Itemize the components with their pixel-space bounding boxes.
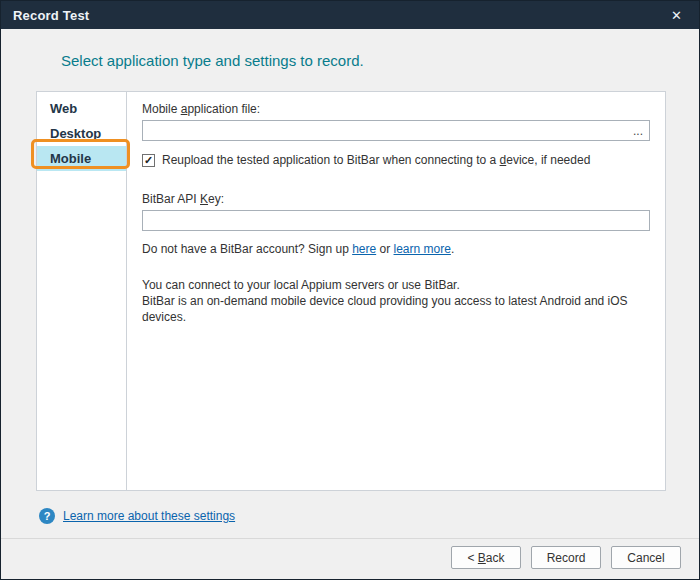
learn-more-link[interactable]: learn more [394,242,451,256]
reupload-checkbox[interactable]: ✓ [142,154,155,167]
settings-help-link[interactable]: Learn more about these settings [63,509,235,523]
help-icon[interactable]: ? [39,508,55,524]
signup-prefix: Do not have a BitBar account? Sign up [142,242,352,256]
sidebar-item-desktop[interactable]: Desktop [37,121,126,146]
sidebar-item-mobile[interactable]: Mobile [37,146,126,171]
mobile-settings-panel: Mobile application file: ... ✓ Reupload … [127,92,665,490]
sidebar: Web Desktop Mobile [37,92,127,490]
label-accel: K [200,192,208,206]
reupload-row: ✓ Reupload the tested application to Bit… [142,153,650,167]
record-test-dialog: Record Test ✕ Select application type an… [0,0,700,580]
check-mark-icon: ✓ [144,155,153,166]
close-icon[interactable]: ✕ [666,6,687,25]
footer-divider [1,538,699,539]
label-text: ack [486,551,505,565]
app-file-label: Mobile application file: [142,102,650,116]
signup-middle: or [376,242,393,256]
help-row: ? Learn more about these settings [39,508,235,524]
label-text: ey: [208,192,224,206]
info-text: You can connect to your local Appium ser… [142,277,650,325]
label-text: pplication file: [187,102,260,116]
page-title: Select application type and settings to … [61,52,364,69]
api-key-label: BitBar API Key: [142,192,650,206]
record-button[interactable]: Record [531,546,601,569]
info-line-1: You can connect to your local Appium ser… [142,277,650,293]
signup-suffix: . [451,242,454,256]
label-text: Reupload the tested application to BitBa… [162,153,500,167]
signup-text: Do not have a BitBar account? Sign up he… [142,242,650,256]
label-text: evice, if needed [506,153,590,167]
app-file-field: ... [142,120,650,141]
window-title: Record Test [13,8,89,23]
titlebar: Record Test ✕ [1,1,699,29]
cancel-button[interactable]: Cancel [611,546,681,569]
app-file-input[interactable] [143,121,627,140]
dialog-buttons: < Back Record Cancel [451,546,681,569]
label-accel: B [478,551,486,565]
content-area: Web Desktop Mobile Mobile application fi… [36,91,666,491]
label-text: < [467,551,477,565]
browse-button[interactable]: ... [627,121,649,140]
sidebar-item-web[interactable]: Web [37,96,126,121]
info-line-2: BitBar is an on-demand mobile device clo… [142,293,650,325]
signup-here-link[interactable]: here [352,242,376,256]
label-text: Mobile [142,102,181,116]
back-button[interactable]: < Back [451,546,521,569]
api-key-input[interactable] [142,210,650,231]
reupload-label[interactable]: Reupload the tested application to BitBa… [162,153,590,167]
label-text: BitBar API [142,192,200,206]
